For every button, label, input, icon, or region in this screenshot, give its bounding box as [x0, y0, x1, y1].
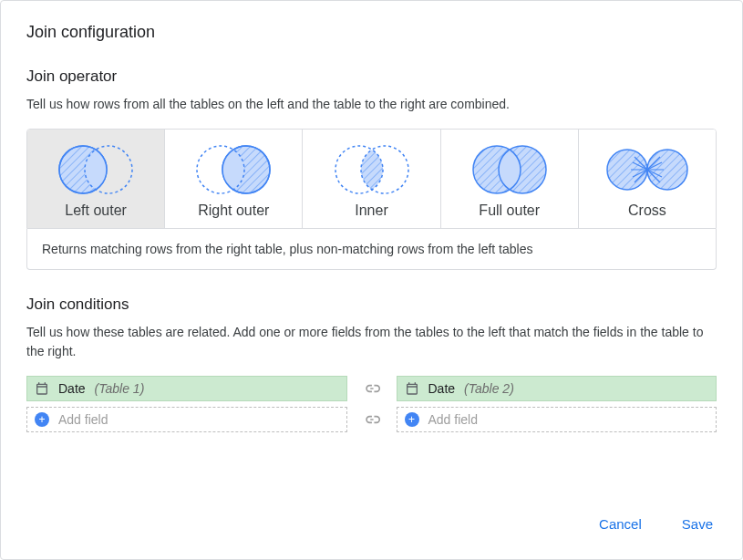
conditions-section-description: Tell us how these tables are related. Ad…: [26, 323, 717, 361]
venn-right-outer-icon: [184, 142, 283, 197]
dialog-actions: Cancel Save: [26, 493, 717, 537]
venn-full-outer-icon: [460, 142, 559, 197]
save-button[interactable]: Save: [678, 511, 717, 537]
operator-full-outer[interactable]: Full outer: [441, 130, 579, 228]
condition-right-field[interactable]: Date (Table 2): [397, 376, 717, 401]
operator-selected-description: Returns matching rows from the right tab…: [26, 229, 717, 270]
operator-inner[interactable]: Inner: [303, 130, 440, 228]
operator-section-description: Tell us how rows from all the tables on …: [26, 95, 717, 114]
venn-left-outer-icon: [46, 142, 145, 197]
condition-row: Date (Table 1) Date (Table 2): [26, 376, 717, 401]
add-left-field-button[interactable]: + Add field: [26, 407, 347, 432]
dialog-title: Join configuration: [26, 23, 717, 42]
join-configuration-dialog: Join configuration Join operator Tell us…: [0, 0, 743, 560]
cancel-button[interactable]: Cancel: [595, 511, 645, 537]
condition-left-field[interactable]: Date (Table 1): [26, 376, 347, 401]
plus-icon: +: [405, 412, 419, 427]
venn-cross-icon: [598, 142, 697, 197]
field-name: Date: [428, 381, 456, 396]
conditions-section-title: Join conditions: [26, 296, 717, 314]
field-source: (Table 1): [95, 381, 145, 396]
operator-section-title: Join operator: [26, 67, 717, 86]
plus-icon: +: [35, 412, 49, 427]
venn-inner-icon: [323, 142, 421, 197]
operator-options: Left outer Right outer: [26, 129, 717, 229]
operator-label: Full outer: [479, 202, 540, 219]
link-icon: [362, 410, 382, 429]
operator-label: Inner: [355, 202, 387, 219]
add-field-label: Add field: [428, 412, 478, 427]
add-right-field-button[interactable]: + Add field: [397, 407, 717, 432]
field-source: (Table 2): [464, 381, 514, 396]
operator-label: Left outer: [65, 202, 127, 219]
field-name: Date: [58, 381, 86, 396]
calendar-icon: [405, 381, 419, 396]
operator-label: Right outer: [198, 202, 269, 219]
link-icon: [362, 379, 382, 398]
operator-label: Cross: [628, 202, 666, 219]
condition-add-row: + Add field + Add field: [26, 407, 717, 432]
operator-right-outer[interactable]: Right outer: [165, 130, 303, 228]
operator-left-outer[interactable]: Left outer: [27, 130, 165, 228]
operator-cross[interactable]: Cross: [579, 130, 716, 228]
add-field-label: Add field: [58, 412, 108, 427]
calendar-icon: [35, 381, 49, 396]
conditions-list: Date (Table 1) Date (Table 2) + Add fiel…: [26, 376, 717, 432]
